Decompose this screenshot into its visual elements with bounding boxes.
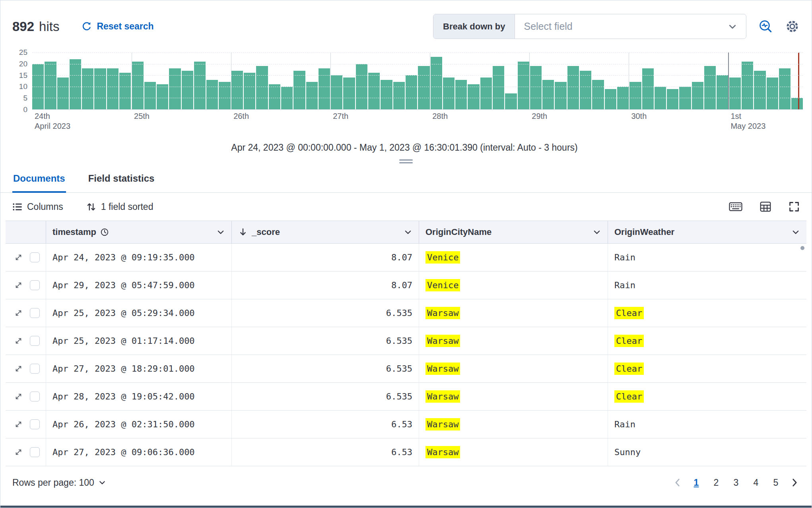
histogram-bar[interactable] xyxy=(555,82,566,109)
histogram-bar[interactable] xyxy=(182,71,193,109)
histogram-bar[interactable] xyxy=(45,62,56,109)
settings-button[interactable] xyxy=(785,19,800,34)
histogram-bar[interactable] xyxy=(629,82,641,109)
expand-row-icon[interactable] xyxy=(14,392,23,401)
histogram-bar[interactable] xyxy=(642,68,654,109)
histogram-bar[interactable] xyxy=(157,84,168,109)
histogram-bar[interactable] xyxy=(742,62,753,109)
panel-resize-handle[interactable] xyxy=(399,159,413,163)
histogram-bar[interactable] xyxy=(256,66,268,109)
histogram-bar[interactable] xyxy=(443,78,455,109)
histogram-bar[interactable] xyxy=(57,78,69,109)
tab-field-statistics[interactable]: Field statistics xyxy=(87,173,155,193)
scrollbar-thumb[interactable] xyxy=(800,246,804,250)
breakdown-field-select[interactable]: Select field xyxy=(515,14,746,39)
columns-button[interactable]: Columns xyxy=(12,202,63,212)
histogram-bar[interactable] xyxy=(791,98,803,109)
histogram-bar[interactable] xyxy=(32,64,44,109)
reset-search-button[interactable]: Reset search xyxy=(82,21,153,32)
histogram-bar[interactable] xyxy=(605,89,616,109)
column-header-timestamp[interactable]: timestamp xyxy=(46,221,232,243)
histogram-bar[interactable] xyxy=(194,62,206,109)
next-page-button[interactable] xyxy=(789,477,800,488)
histogram-bar[interactable] xyxy=(692,82,703,109)
rows-per-page-button[interactable]: Rows per page: 100 xyxy=(12,477,106,488)
expand-row-icon[interactable] xyxy=(14,309,23,317)
page-button-1[interactable]: 1 xyxy=(688,475,704,491)
histogram-bar[interactable] xyxy=(779,68,791,109)
histogram-bar[interactable] xyxy=(393,82,405,109)
histogram-bar[interactable] xyxy=(343,78,355,109)
histogram-bar[interactable] xyxy=(94,68,106,109)
histogram-bar[interactable] xyxy=(293,71,305,109)
histogram-bar[interactable] xyxy=(767,78,778,109)
column-header-origin-city[interactable]: OriginCityName xyxy=(419,221,608,243)
histogram-bar[interactable] xyxy=(580,71,591,109)
page-button-5[interactable]: 5 xyxy=(768,475,784,491)
histogram-bar[interactable] xyxy=(592,80,604,109)
histogram-bar[interactable] xyxy=(530,66,542,109)
histogram-bar[interactable] xyxy=(306,82,318,109)
histogram-bar[interactable] xyxy=(244,73,255,109)
row-checkbox[interactable] xyxy=(30,364,40,374)
histogram-bar[interactable] xyxy=(281,87,293,109)
histogram-bar[interactable] xyxy=(617,87,629,109)
histogram-bar[interactable] xyxy=(455,80,467,109)
keyboard-shortcuts-button[interactable] xyxy=(729,202,742,211)
sort-fields-button[interactable]: 1 field sorted xyxy=(86,202,153,212)
histogram-bar[interactable] xyxy=(480,78,492,109)
expand-row-icon[interactable] xyxy=(14,365,23,373)
histogram-bar[interactable] xyxy=(206,80,218,109)
display-options-button[interactable] xyxy=(760,201,771,212)
column-header-score[interactable]: _score xyxy=(232,221,419,243)
histogram-bar[interactable] xyxy=(406,75,417,109)
histogram-bar[interactable] xyxy=(667,89,678,109)
histogram-plot[interactable] xyxy=(32,52,803,110)
histogram-bar[interactable] xyxy=(518,62,529,109)
histogram-bar[interactable] xyxy=(655,87,666,109)
chart-options-button[interactable] xyxy=(758,19,773,34)
fullscreen-button[interactable] xyxy=(789,201,800,212)
histogram-bar[interactable] xyxy=(679,87,691,109)
row-checkbox[interactable] xyxy=(30,336,40,346)
row-checkbox[interactable] xyxy=(30,252,40,262)
previous-page-button[interactable] xyxy=(672,477,683,488)
tab-documents[interactable]: Documents xyxy=(12,173,66,193)
histogram-bar[interactable] xyxy=(70,59,81,109)
histogram-bar[interactable] xyxy=(704,66,716,109)
histogram-bar[interactable] xyxy=(331,75,342,109)
histogram-bar[interactable] xyxy=(169,68,181,109)
histogram-bar[interactable] xyxy=(107,68,118,109)
histogram-bar[interactable] xyxy=(431,57,442,109)
row-checkbox[interactable] xyxy=(30,447,40,457)
histogram-bar[interactable] xyxy=(754,71,765,109)
histogram-bar[interactable] xyxy=(219,82,230,109)
row-checkbox[interactable] xyxy=(30,419,40,429)
histogram-bar[interactable] xyxy=(119,73,131,109)
expand-row-icon[interactable] xyxy=(14,253,23,262)
histogram-bar[interactable] xyxy=(132,62,143,109)
row-checkbox[interactable] xyxy=(30,392,40,401)
row-checkbox[interactable] xyxy=(30,308,40,318)
page-button-3[interactable]: 3 xyxy=(728,475,744,491)
histogram-bar[interactable] xyxy=(493,66,504,109)
expand-row-icon[interactable] xyxy=(14,420,23,429)
expand-row-icon[interactable] xyxy=(14,448,23,456)
histogram-bar[interactable] xyxy=(729,78,741,109)
histogram-bar[interactable] xyxy=(717,75,728,109)
histogram-bar[interactable] xyxy=(381,80,392,109)
page-button-4[interactable]: 4 xyxy=(748,475,764,491)
histogram-bar[interactable] xyxy=(567,66,579,109)
column-header-origin-weather[interactable]: OriginWeather xyxy=(608,221,806,243)
histogram-bar[interactable] xyxy=(468,84,479,109)
histogram-bar[interactable] xyxy=(505,93,517,109)
expand-row-icon[interactable] xyxy=(14,281,23,289)
histogram-bar[interactable] xyxy=(231,71,243,109)
histogram-bar[interactable] xyxy=(418,66,429,109)
histogram-bar[interactable] xyxy=(368,73,380,109)
expand-row-icon[interactable] xyxy=(14,337,23,345)
histogram-bar[interactable] xyxy=(269,84,280,109)
histogram-bar[interactable] xyxy=(319,68,330,109)
page-button-2[interactable]: 2 xyxy=(708,475,724,491)
histogram-bar[interactable] xyxy=(542,80,554,109)
